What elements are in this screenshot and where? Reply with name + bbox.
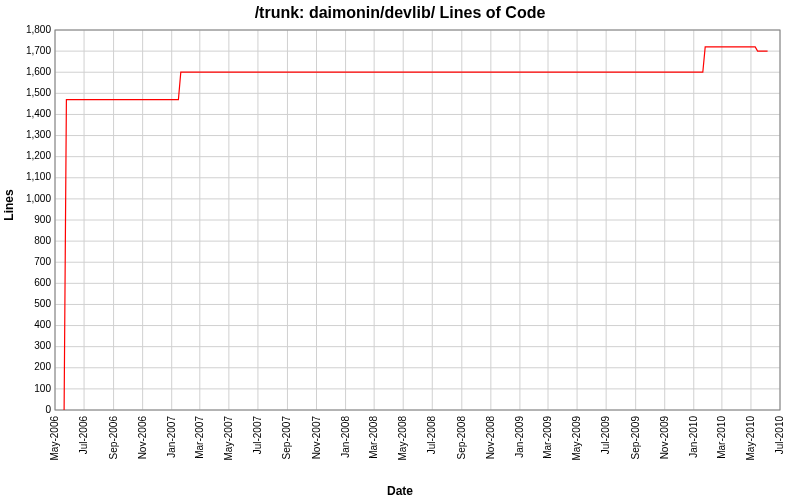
svg-text:Jul-2010: Jul-2010 — [774, 416, 785, 455]
y-tick-labels: 01002003004005006007008009001,0001,1001,… — [26, 24, 51, 415]
plot-area: 01002003004005006007008009001,0001,1001,… — [55, 30, 780, 410]
svg-text:1,800: 1,800 — [26, 24, 51, 35]
svg-text:Jul-2009: Jul-2009 — [600, 416, 611, 455]
svg-text:500: 500 — [34, 298, 51, 309]
x-tick-labels: May-2006Jul-2006Sep-2006Nov-2006Jan-2007… — [49, 416, 785, 461]
svg-text:Jul-2006: Jul-2006 — [78, 416, 89, 455]
svg-text:600: 600 — [34, 277, 51, 288]
svg-text:Jan-2008: Jan-2008 — [340, 416, 351, 458]
svg-text:700: 700 — [34, 256, 51, 267]
svg-text:Jul-2008: Jul-2008 — [426, 416, 437, 455]
line-series — [64, 47, 768, 410]
svg-text:1,700: 1,700 — [26, 45, 51, 56]
svg-text:Mar-2008: Mar-2008 — [368, 416, 379, 459]
svg-text:1,600: 1,600 — [26, 66, 51, 77]
svg-text:1,000: 1,000 — [26, 193, 51, 204]
y-axis-label: Lines — [2, 0, 16, 410]
chart-title: /trunk: daimonin/devlib/ Lines of Code — [0, 4, 800, 22]
chart-svg: 01002003004005006007008009001,0001,1001,… — [55, 30, 780, 410]
svg-text:Jan-2010: Jan-2010 — [688, 416, 699, 458]
svg-text:May-2009: May-2009 — [571, 416, 582, 461]
svg-text:Jan-2009: Jan-2009 — [514, 416, 525, 458]
svg-text:0: 0 — [45, 404, 51, 415]
svg-text:900: 900 — [34, 214, 51, 225]
svg-text:Jul-2007: Jul-2007 — [252, 416, 263, 455]
svg-text:1,100: 1,100 — [26, 171, 51, 182]
svg-text:Mar-2007: Mar-2007 — [194, 416, 205, 459]
svg-text:Sep-2008: Sep-2008 — [456, 416, 467, 460]
svg-text:Nov-2009: Nov-2009 — [659, 416, 670, 460]
svg-text:May-2006: May-2006 — [49, 416, 60, 461]
svg-text:Jan-2007: Jan-2007 — [166, 416, 177, 458]
svg-text:Nov-2007: Nov-2007 — [311, 416, 322, 460]
svg-text:100: 100 — [34, 383, 51, 394]
svg-text:May-2007: May-2007 — [223, 416, 234, 461]
svg-text:May-2008: May-2008 — [397, 416, 408, 461]
svg-text:Sep-2007: Sep-2007 — [281, 416, 292, 460]
svg-text:Mar-2010: Mar-2010 — [716, 416, 727, 459]
svg-text:Mar-2009: Mar-2009 — [542, 416, 553, 459]
svg-text:1,400: 1,400 — [26, 108, 51, 119]
chart-container: /trunk: daimonin/devlib/ Lines of Code L… — [0, 0, 800, 500]
svg-text:200: 200 — [34, 361, 51, 372]
svg-text:300: 300 — [34, 340, 51, 351]
svg-text:800: 800 — [34, 235, 51, 246]
svg-text:1,200: 1,200 — [26, 150, 51, 161]
svg-text:Sep-2006: Sep-2006 — [108, 416, 119, 460]
svg-text:1,300: 1,300 — [26, 129, 51, 140]
svg-text:May-2010: May-2010 — [745, 416, 756, 461]
svg-text:Nov-2006: Nov-2006 — [137, 416, 148, 460]
svg-text:Nov-2008: Nov-2008 — [485, 416, 496, 460]
svg-text:Sep-2009: Sep-2009 — [630, 416, 641, 460]
svg-text:400: 400 — [34, 319, 51, 330]
svg-text:1,500: 1,500 — [26, 87, 51, 98]
x-axis-label: Date — [0, 484, 800, 498]
y-gridlines — [55, 30, 780, 410]
